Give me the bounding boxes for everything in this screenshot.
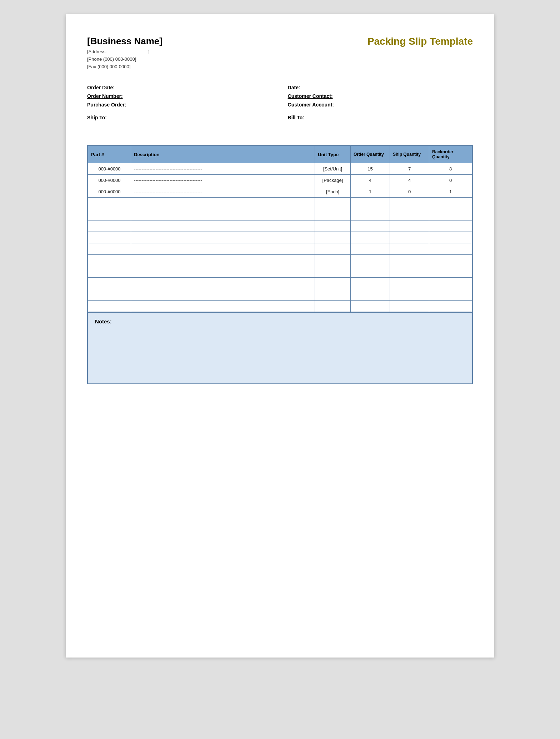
notes-section: Notes: — [87, 313, 473, 384]
purchase-order-label: Purchase Order: — [87, 102, 126, 108]
bill-to-label: Bill To: — [288, 115, 304, 120]
order-info: Order Date: Order Number: Purchase Order… — [87, 85, 473, 123]
ship-to-row: Ship To: — [87, 115, 272, 120]
ship-to-label: Ship To: — [87, 115, 107, 120]
notes-label: Notes: — [95, 318, 112, 324]
business-address: [Address: --------------------------] — [87, 48, 162, 56]
purchase-order-row: Purchase Order: — [87, 102, 272, 108]
business-name: [Business Name] — [87, 36, 162, 47]
document-title: Packing Slip Template — [368, 36, 473, 47]
table-row: 000-#0000-------------------------------… — [88, 163, 472, 175]
table-row — [88, 278, 472, 289]
business-fax: [Fax (000) 000-0000] — [87, 63, 162, 71]
col-header-part: Part # — [88, 146, 131, 163]
business-phone: [Phone (000) 000-0000] — [87, 56, 162, 63]
table-row — [88, 243, 472, 255]
table-row: 000-#0000-------------------------------… — [88, 186, 472, 198]
customer-account-label: Customer Account: — [288, 102, 334, 108]
table-row — [88, 220, 472, 232]
header: [Business Name] [Address: --------------… — [87, 36, 473, 70]
table-row — [88, 255, 472, 266]
bill-to-row: Bill To: — [288, 115, 473, 120]
business-info: [Business Name] [Address: --------------… — [87, 36, 162, 70]
customer-account-row: Customer Account: — [288, 102, 473, 108]
col-header-unit-type: Unit Type — [315, 146, 351, 163]
col-header-description: Description — [131, 146, 315, 163]
date-label: Date: — [288, 85, 300, 90]
customer-contact-label: Customer Contact: — [288, 93, 333, 99]
table-row — [88, 301, 472, 312]
table-row: 000-#0000-------------------------------… — [88, 175, 472, 186]
order-number-row: Order Number: — [87, 93, 272, 99]
table-row — [88, 232, 472, 243]
order-right: Date: Customer Contact: Customer Account… — [288, 85, 473, 123]
page: [Business Name] [Address: --------------… — [66, 14, 494, 658]
order-number-label: Order Number: — [87, 93, 123, 99]
packing-table: Part # Description Unit Type Order Quant… — [88, 145, 472, 312]
col-header-backorder-qty: Backorder Quantity — [429, 146, 472, 163]
customer-contact-row: Customer Contact: — [288, 93, 473, 99]
order-left: Order Date: Order Number: Purchase Order… — [87, 85, 272, 123]
table-header-row: Part # Description Unit Type Order Quant… — [88, 146, 472, 163]
date-row: Date: — [288, 85, 473, 90]
table-row — [88, 198, 472, 209]
col-header-ship-qty: Ship Quantity — [390, 146, 429, 163]
table-row — [88, 209, 472, 220]
order-date-row: Order Date: — [87, 85, 272, 90]
table-row — [88, 289, 472, 301]
col-header-order-qty: Order Quantity — [351, 146, 390, 163]
order-date-label: Order Date: — [87, 85, 115, 90]
packing-table-container: Part # Description Unit Type Order Quant… — [87, 145, 473, 313]
table-row — [88, 266, 472, 278]
